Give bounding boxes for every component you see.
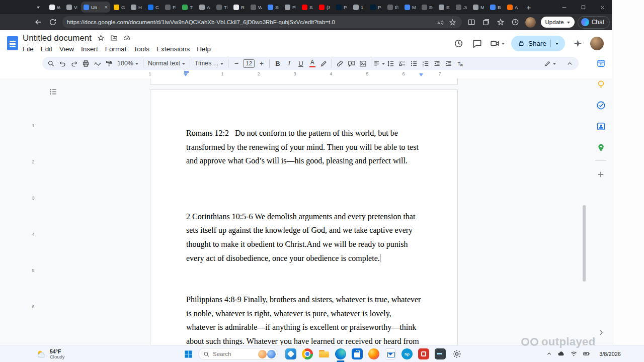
menu-format[interactable]: Format [102, 44, 130, 54]
document-status-button[interactable] [123, 34, 131, 42]
menu-view[interactable]: View [56, 44, 77, 54]
show-outline-button[interactable] [46, 85, 59, 98]
browser-tab[interactable]: Re [231, 2, 247, 13]
keep-side-panel-button[interactable] [594, 77, 607, 90]
move-document-button[interactable] [110, 34, 118, 42]
browser-tab[interactable]: Ps [368, 2, 384, 13]
editing-mode-button[interactable] [544, 58, 556, 69]
browser-tab[interactable]: Ec [419, 2, 435, 13]
menu-edit[interactable]: Edit [37, 44, 56, 54]
browser-tab[interactable]: W [47, 2, 63, 13]
edge-taskbar-icon[interactable] [335, 348, 347, 360]
close-button[interactable] [593, 0, 612, 14]
checklist-button[interactable] [396, 58, 408, 69]
browser-tab[interactable]: Sa [299, 2, 315, 13]
underline-button[interactable]: U [295, 58, 306, 69]
taskbar-search-input[interactable] [213, 351, 252, 357]
menus-search-button[interactable] [45, 58, 57, 69]
app-red-taskbar-icon[interactable] [418, 348, 430, 360]
tray-overflow-button[interactable] [546, 350, 552, 357]
refresh-button[interactable] [46, 16, 59, 29]
history-button[interactable] [509, 16, 522, 29]
onedrive-tray-icon[interactable] [557, 350, 565, 357]
browser-tab[interactable]: Co [145, 2, 162, 13]
firefox-taskbar-icon[interactable] [368, 348, 380, 360]
first-line-indent-marker[interactable] [184, 71, 189, 73]
horizontal-ruler[interactable]: 11234567 [0, 70, 612, 78]
favorites-button[interactable] [494, 16, 508, 29]
weather-widget[interactable]: 54°F Cloudy [36, 347, 65, 361]
undo-button[interactable] [57, 58, 68, 69]
browser-tab[interactable]: Hi [128, 2, 144, 13]
star-document-button[interactable] [97, 34, 105, 42]
settings-taskbar-icon[interactable] [451, 348, 463, 360]
docs-logo-icon[interactable] [7, 36, 18, 50]
add-addon-button[interactable] [594, 168, 607, 181]
spellcheck-button[interactable] [92, 58, 103, 69]
decrease-font-size-button[interactable]: − [230, 58, 242, 69]
document-title[interactable]: Untitled document [23, 33, 92, 43]
browser-tab[interactable]: 1 [351, 2, 367, 13]
left-indent-marker[interactable] [184, 73, 188, 76]
meet-button[interactable] [490, 39, 505, 48]
folder-taskbar-icon[interactable] [318, 348, 330, 360]
scrollbar-thumb[interactable] [583, 205, 586, 282]
browser-tab[interactable]: Ps [334, 2, 350, 13]
decrease-indent-button[interactable] [431, 58, 443, 69]
network-tray-icon[interactable] [570, 350, 578, 357]
menu-extensions[interactable]: Extensions [153, 44, 193, 54]
browser-tab[interactable]: Jo [453, 2, 469, 13]
taskbar-search-box[interactable] [198, 348, 278, 360]
font-size-field[interactable]: 12 [243, 59, 255, 68]
photos-taskbar-icon[interactable] [285, 348, 297, 360]
split-screen-button[interactable] [465, 16, 478, 29]
paint-format-button[interactable] [103, 58, 115, 69]
battery-tray-icon[interactable] [583, 350, 590, 357]
font-select[interactable]: Times ... [192, 60, 226, 67]
insert-image-button[interactable] [357, 58, 369, 69]
search-highlight-image[interactable] [267, 350, 276, 358]
bookmark-button[interactable] [447, 17, 459, 28]
browser-profile-avatar[interactable] [525, 17, 536, 28]
document-paragraph[interactable]: Philippians 4:8-9 Finally, brothers and … [186, 293, 422, 345]
start-button[interactable] [182, 348, 194, 360]
browser-tab[interactable]: Ez [436, 2, 452, 13]
browser-tab[interactable]: Th [180, 2, 196, 13]
read-aloud-button[interactable] [435, 17, 447, 28]
text-color-button[interactable]: A [306, 58, 318, 69]
tab-search-button[interactable] [32, 1, 44, 13]
app-dark-taskbar-icon[interactable] [434, 348, 446, 360]
increase-indent-button[interactable] [443, 58, 454, 69]
show-side-panel-button[interactable] [595, 327, 606, 338]
browser-tab[interactable]: Un× [81, 2, 110, 13]
version-history-button[interactable] [453, 37, 465, 49]
browser-tab[interactable]: W [248, 2, 264, 13]
menu-file[interactable]: File [19, 44, 37, 54]
browser-tab[interactable]: Fi [163, 2, 179, 13]
share-button[interactable]: Share [511, 36, 565, 51]
taskbar-date[interactable]: 3/8/2026 [599, 351, 621, 357]
chrome-taskbar-icon[interactable] [301, 348, 313, 360]
document-paragraph[interactable]: Romans 12:2 Do not conform to the patter… [186, 126, 422, 168]
browser-tab[interactable]: M [470, 2, 487, 13]
numbered-list-button[interactable] [420, 58, 431, 69]
browser-tab[interactable]: Ph [282, 2, 298, 13]
menu-help[interactable]: Help [193, 44, 214, 54]
browser-tab[interactable]: th [385, 2, 401, 13]
right-indent-marker[interactable] [419, 73, 423, 76]
menu-tools[interactable]: Tools [130, 44, 153, 54]
browser-tab[interactable]: AC [505, 2, 521, 13]
browser-tab[interactable]: Vi [64, 2, 80, 13]
maps-side-panel-button[interactable] [594, 141, 607, 154]
insert-link-button[interactable] [334, 58, 346, 69]
back-button[interactable] [31, 16, 45, 29]
calendar-side-panel-button[interactable] [594, 56, 607, 69]
store-taskbar-icon[interactable] [351, 348, 363, 360]
contacts-side-panel-button[interactable] [594, 120, 607, 133]
search-highlight-image[interactable] [258, 350, 267, 358]
collections-button[interactable] [479, 16, 493, 29]
document-paragraph[interactable]: 2 Corinthians 10:5-6 We demolish argumen… [186, 210, 422, 265]
increase-font-size-button[interactable]: + [256, 58, 267, 69]
align-button[interactable] [373, 58, 385, 69]
highlight-color-button[interactable] [318, 58, 330, 69]
